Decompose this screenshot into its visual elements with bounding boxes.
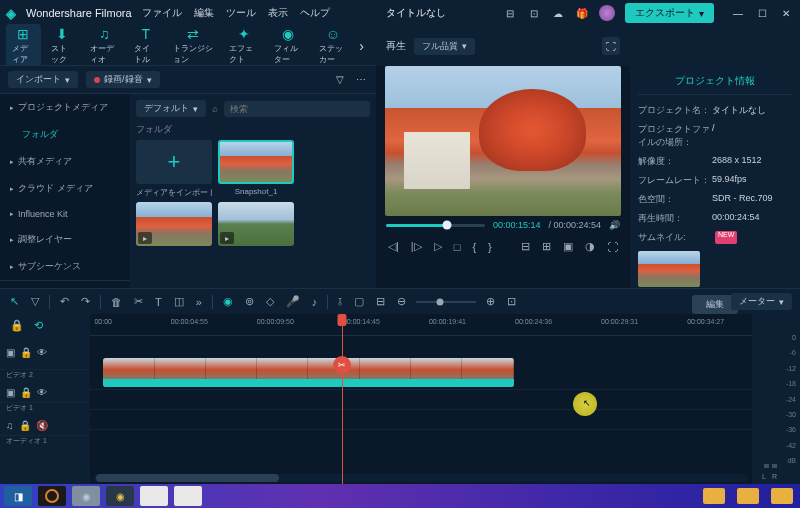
quality-dropdown[interactable]: フル品質 ▾ [414,38,475,55]
download-icon[interactable]: ⊡ [527,6,541,20]
filter-icon[interactable]: ▽ [334,72,346,87]
maximize-button[interactable]: ☐ [754,5,770,21]
minimize-button[interactable]: — [730,5,746,21]
tool-tab-7[interactable]: ☺ステッカー [313,24,354,67]
track-head-audio1[interactable]: ♫ 🔒 🔇 [0,416,90,436]
preview-viewport[interactable] [385,66,621,216]
taskbar-app-4[interactable]: ◉ [106,486,134,506]
sidebar-item-5[interactable]: ▸調整レイヤー [0,226,130,253]
taskbar-app-6[interactable] [174,486,202,506]
sidebar-item-1[interactable]: フォルダ [0,121,130,148]
magnet-icon[interactable]: ⫱ [336,293,344,310]
zoom-in-icon[interactable]: ⊕ [484,293,497,310]
eye-icon[interactable]: 👁 [37,387,47,398]
audio-icon[interactable]: ◑ [583,238,597,255]
media-thumb-clip1[interactable]: ▸ [136,202,212,246]
export-button[interactable]: エクスポート▾ [625,3,714,23]
play-button[interactable]: ▷ [432,238,444,255]
blade-tool-icon[interactable]: ▽ [29,293,41,310]
fullscreen-icon[interactable]: ⛶ [605,239,620,255]
sidebar-item-3[interactable]: ▸クラウド メディア [0,175,130,202]
lock-icon[interactable]: 🔒 [20,387,32,398]
screen-icon[interactable]: ⊟ [503,6,517,20]
track-audio1[interactable] [90,410,752,430]
scrubber-track[interactable] [386,224,485,227]
folder-icon[interactable]: ▭ [27,285,41,288]
marker-tool-icon[interactable]: ▢ [352,293,366,310]
lock-icon[interactable]: 🔒 [20,347,32,358]
menu-tools[interactable]: ツール [226,6,256,20]
taskbar-folder-2[interactable] [734,486,762,506]
tool-tab-4[interactable]: ⇄トランジション [167,24,219,67]
taskbar-folder-1[interactable] [700,486,728,506]
link-icon[interactable]: ⊟ [374,293,387,310]
crop-icon[interactable]: ◫ [172,293,186,310]
search-input[interactable] [224,101,370,117]
tool-tab-0[interactable]: ⊞メディア [6,24,41,67]
sidebar-item-4[interactable]: ▸Influence Kit [0,202,130,226]
delete-icon[interactable]: 🗑 [109,294,124,310]
timeline-scrollbar[interactable] [94,474,748,482]
playhead[interactable]: ✂ [342,314,343,484]
text-icon[interactable]: T [153,294,164,310]
link-all-icon[interactable]: ⟲ [32,317,45,334]
sidebar-item-0[interactable]: ▸プロジェクトメディア [0,94,130,121]
prev-frame-button[interactable]: ◁| [386,238,401,255]
lock-all-icon[interactable]: 🔒 [8,317,26,334]
undo-icon[interactable]: ↶ [58,293,71,310]
speed-icon[interactable]: ⊚ [243,293,256,310]
picture-icon[interactable]: ▣ [561,238,575,255]
timeline-ruler[interactable]: 00:0000:00:04:5500:00:09:5000:00:14:4500… [90,314,752,336]
mute-icon[interactable]: 🔇 [36,420,48,431]
compare-icon[interactable]: ⊟ [519,238,532,255]
import-media-tile[interactable]: + メディアをインポート [136,140,212,198]
audio-tool-icon[interactable]: ♪ [310,294,320,310]
cloud-icon[interactable]: ☁ [551,6,565,20]
track-head-video1[interactable]: ▣ 🔒 👁 [0,383,90,403]
media-thumb-clip2[interactable]: ▸ [218,202,294,246]
step-back-button[interactable]: |▷ [409,238,424,255]
taskbar-app-5[interactable] [140,486,168,506]
taskbar-app-3[interactable]: ◉ [72,486,100,506]
close-button[interactable]: ✕ [778,5,794,21]
avatar[interactable] [599,5,615,21]
color-tool-icon[interactable]: ◉ [221,293,235,310]
keyframe-icon[interactable]: ◇ [264,293,276,310]
stop-button[interactable]: □ [452,239,463,255]
recycle-icon[interactable]: ↻ [8,285,21,288]
tool-tab-2[interactable]: ♫オーディオ [84,24,125,67]
record-button[interactable]: 録画/録音 ▾ [86,71,160,88]
track-video1[interactable] [90,390,752,410]
menu-file[interactable]: ファイル [142,6,182,20]
menu-edit[interactable]: 編集 [194,6,214,20]
import-dropdown[interactable]: インポート ▾ [8,71,78,88]
pointer-tool-icon[interactable]: ↖ [8,293,21,310]
track-head-video2[interactable]: ▣ 🔒 👁 [0,336,90,370]
grid-icon[interactable]: ⊞ [540,238,553,255]
tool-more-icon[interactable]: › [353,38,370,54]
more-icon[interactable]: ⋯ [354,72,368,87]
eye-icon[interactable]: 👁 [37,347,47,358]
tool-tab-5[interactable]: ✦エフェクト [223,24,264,67]
meter-dropdown[interactable]: メーター ▾ [731,293,792,310]
menu-view[interactable]: 表示 [268,6,288,20]
volume-icon[interactable]: 🔊 [609,220,620,230]
track-video2[interactable] [90,356,752,390]
mark-in-button[interactable]: { [470,239,478,255]
lock-icon[interactable]: 🔒 [19,420,31,431]
tool-tab-6[interactable]: ◉フィルター [268,24,309,67]
taskbar-folder-3[interactable] [768,486,796,506]
fit-icon[interactable]: ⊡ [505,293,518,310]
cut-icon[interactable]: ✂ [132,293,145,310]
menu-help[interactable]: ヘルプ [300,6,330,20]
media-thumb-snapshot[interactable]: Snapshot_1 [218,140,294,198]
sidebar-item-6[interactable]: ▸サブシーケンス [0,253,130,280]
zoom-slider[interactable] [416,301,476,303]
tool-tab-1[interactable]: ⬇ストック [45,24,80,67]
mic-icon[interactable]: 🎤 [284,293,302,310]
more-tools-icon[interactable]: » [194,294,204,310]
sort-dropdown[interactable]: デフォルト ▾ [136,100,206,117]
redo-icon[interactable]: ↷ [79,293,92,310]
sidebar-item-2[interactable]: ▸共有メディア [0,148,130,175]
scrubber-thumb[interactable] [443,221,452,230]
